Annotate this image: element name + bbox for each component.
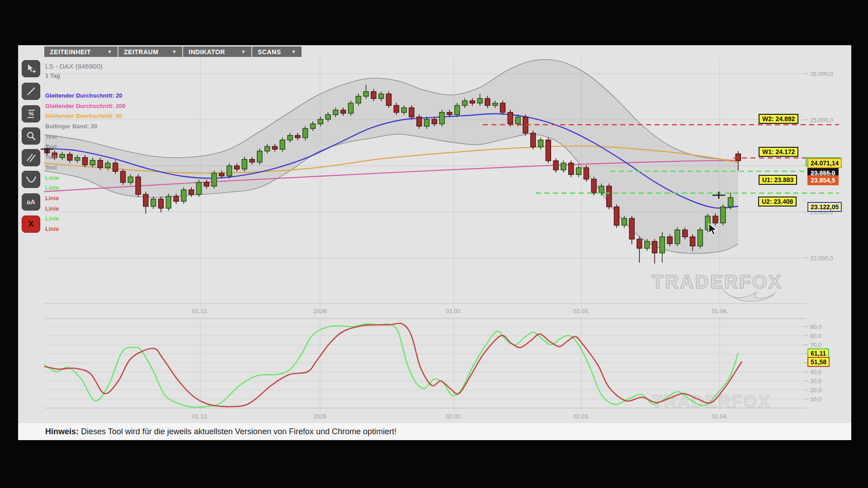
- chart-canvas[interactable]: [0, 0, 868, 488]
- chart-legend: Gleitender Durchschnitt: 20Gleitender Du…: [45, 92, 126, 236]
- menu-tab-zeitraum[interactable]: ZEITRAUM▼: [118, 47, 183, 57]
- menu-tab-scans[interactable]: SCANS▼: [252, 47, 302, 57]
- date-axis-label: 2026: [314, 413, 327, 420]
- date-axis-label: 02.03.: [573, 308, 590, 314]
- legend-item-8[interactable]: Linie: [45, 174, 126, 185]
- toolbar-button-arc[interactable]: [22, 171, 40, 188]
- toolbar-button-fibonacci[interactable]: %: [22, 105, 40, 122]
- price-axis-label: 22.000,0: [810, 255, 833, 262]
- chevron-down-icon: ▼: [108, 49, 112, 54]
- price-axis-label: 25.000,0: [810, 117, 833, 123]
- toolbar-button-text[interactable]: aA: [22, 193, 40, 211]
- indicator-axis-label: 80,0: [810, 333, 821, 339]
- level-tag-w2[interactable]: W2: 24.892: [759, 114, 798, 124]
- date-axis-label: 2026: [314, 308, 327, 314]
- toolbar-button-zoom[interactable]: [22, 127, 40, 145]
- indicator-fast-line: [44, 324, 738, 407]
- indicator-axis-label: 10,0: [810, 396, 821, 403]
- legend-item-3[interactable]: Bollinger Band: 20: [45, 123, 126, 133]
- menu-tab-label: ZEITRAUM: [124, 48, 158, 56]
- close-price-tag: 23.854,5: [807, 175, 839, 185]
- chart-symbol-title: LS - DAX (846900): [45, 62, 103, 70]
- diagonal-line-icon: [26, 86, 37, 97]
- hint-text: Hinweis: Dieses Tool wird für die jeweil…: [45, 427, 396, 436]
- date-axis-label: 01.12.: [192, 413, 208, 420]
- toolbar-button-delete[interactable]: X: [22, 216, 40, 233]
- level-tag-w1[interactable]: W1: 24.172: [759, 147, 798, 157]
- toolbar-button-trendline[interactable]: [22, 83, 40, 100]
- indicator-axis-label: 40,0: [810, 369, 821, 375]
- menu-tab-zeiteinheit[interactable]: ZEITEINHEIT▼: [44, 47, 118, 57]
- level-tag-u2[interactable]: U2: 23.408: [758, 197, 797, 206]
- indicator-axis-label: 30,0: [810, 378, 821, 385]
- date-axis-label: 02.03.: [573, 413, 590, 420]
- legend-item-4[interactable]: Text: [45, 133, 126, 144]
- magnifier-icon: [26, 131, 37, 141]
- chevron-down-icon: ▼: [241, 49, 246, 54]
- date-axis-label: 01.04.: [712, 308, 728, 314]
- indicator-slow-tag: 51,58: [807, 357, 830, 367]
- legend-item-9[interactable]: Linie: [45, 184, 126, 195]
- indicator-axis-label: 70,0: [810, 342, 821, 348]
- legend-item-1[interactable]: Gleitender Durchschnitt: 200: [45, 103, 126, 113]
- legend-item-10[interactable]: Linie: [45, 195, 126, 205]
- chart-timeframe: 1 Tag: [45, 72, 60, 79]
- double-diagonal-icon: [26, 152, 37, 163]
- level-tag-u1[interactable]: U1: 23.883: [759, 175, 797, 185]
- legend-item-2[interactable]: Gleitender Durchschnitt: 50: [45, 113, 126, 123]
- legend-item-13[interactable]: Linie: [45, 225, 126, 236]
- indicator-axis-label: 90,0: [810, 324, 821, 330]
- legend-item-6[interactable]: Text: [45, 154, 126, 164]
- svg-text:%: %: [28, 110, 34, 117]
- date-axis-label: 01.04.: [712, 413, 728, 420]
- percent-lines-icon: %: [26, 108, 37, 119]
- x-icon: X: [28, 220, 33, 229]
- aA-icon: aA: [27, 198, 35, 206]
- date-axis-label: 01.12.: [192, 308, 208, 314]
- curve-icon: [25, 174, 37, 185]
- legend-item-5[interactable]: Text: [45, 143, 126, 154]
- date-axis-label: 02.02.: [446, 413, 462, 420]
- chevron-down-icon: ▼: [292, 49, 296, 54]
- menu-tab-label: SCANS: [258, 48, 281, 56]
- legend-item-12[interactable]: Linie: [45, 215, 126, 225]
- ma20-value-tag: 23.122,05: [807, 202, 842, 212]
- chevron-down-icon: ▼: [172, 49, 177, 54]
- legend-item-11[interactable]: Linie: [45, 205, 126, 216]
- toolbar-button-select[interactable]: [22, 60, 40, 77]
- menu-bar: ZEITEINHEIT▼ZEITRAUM▼INDIKATOR▼SCANS▼: [44, 47, 302, 57]
- menu-tab-indikator[interactable]: INDIKATOR▼: [183, 47, 252, 57]
- mouse-cursor: [708, 223, 720, 237]
- menu-tab-label: INDIKATOR: [189, 48, 225, 56]
- toolbar-button-parallel-lines[interactable]: [22, 149, 40, 166]
- ma50-value-tag: 24.071,14: [807, 158, 842, 168]
- legend-item-0[interactable]: Gleitender Durchschnitt: 20: [45, 92, 126, 103]
- legend-item-7[interactable]: Text: [45, 164, 126, 174]
- indicator-axis-label: 20,0: [810, 387, 821, 394]
- price-axis-label: 26.000,0: [810, 70, 833, 77]
- date-axis-label: 02.02.: [446, 308, 462, 314]
- hint-bar: Hinweis: Dieses Tool wird für die jeweil…: [18, 422, 851, 440]
- pointer-plus-icon: [26, 63, 37, 74]
- menu-tab-label: ZEITEINHEIT: [50, 48, 91, 56]
